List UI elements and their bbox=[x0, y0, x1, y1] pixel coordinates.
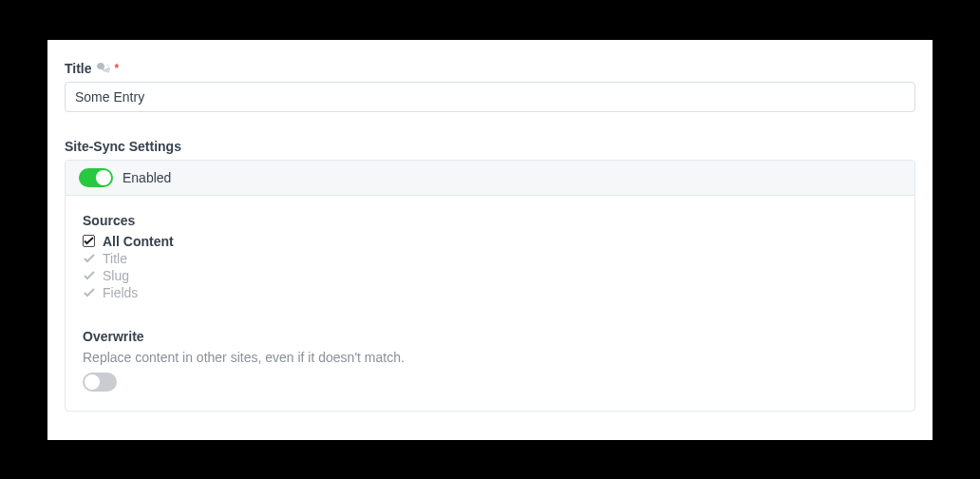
site-sync-body: Sources All Content Title bbox=[66, 196, 914, 411]
title-label: Title * bbox=[65, 61, 915, 76]
check-icon bbox=[83, 254, 95, 263]
sources-list: All Content Title Slug bbox=[83, 234, 897, 300]
overwrite-toggle[interactable] bbox=[83, 373, 117, 392]
source-fields: Fields bbox=[83, 285, 897, 300]
enabled-label: Enabled bbox=[122, 170, 171, 185]
source-all-content-label: All Content bbox=[103, 234, 174, 249]
site-sync-header: Enabled bbox=[66, 161, 914, 196]
translation-icon bbox=[97, 63, 110, 74]
sources-label: Sources bbox=[83, 213, 897, 228]
source-title: Title bbox=[83, 251, 897, 266]
source-slug: Slug bbox=[83, 268, 897, 283]
site-sync-settings-label: Site-Sync Settings bbox=[65, 139, 915, 154]
checkbox-checked-icon bbox=[83, 235, 95, 247]
required-indicator: * bbox=[115, 62, 120, 75]
enabled-toggle[interactable] bbox=[79, 168, 113, 187]
source-all-content[interactable]: All Content bbox=[83, 234, 897, 249]
overwrite-description: Replace content in other sites, even if … bbox=[83, 350, 897, 365]
source-item-label: Slug bbox=[103, 268, 129, 283]
site-sync-box: Enabled Sources All Content Title bbox=[65, 160, 915, 412]
overwrite-label: Overwrite bbox=[83, 329, 897, 344]
overwrite-section: Overwrite Replace content in other sites… bbox=[83, 329, 897, 392]
source-item-label: Fields bbox=[103, 285, 138, 300]
entry-form-panel: Title * Site-Sync Settings Enabled Sourc… bbox=[47, 40, 933, 440]
check-icon bbox=[83, 288, 95, 297]
title-input[interactable] bbox=[65, 82, 915, 112]
source-item-label: Title bbox=[103, 251, 127, 266]
title-label-text: Title bbox=[65, 61, 92, 76]
check-icon bbox=[83, 271, 95, 280]
